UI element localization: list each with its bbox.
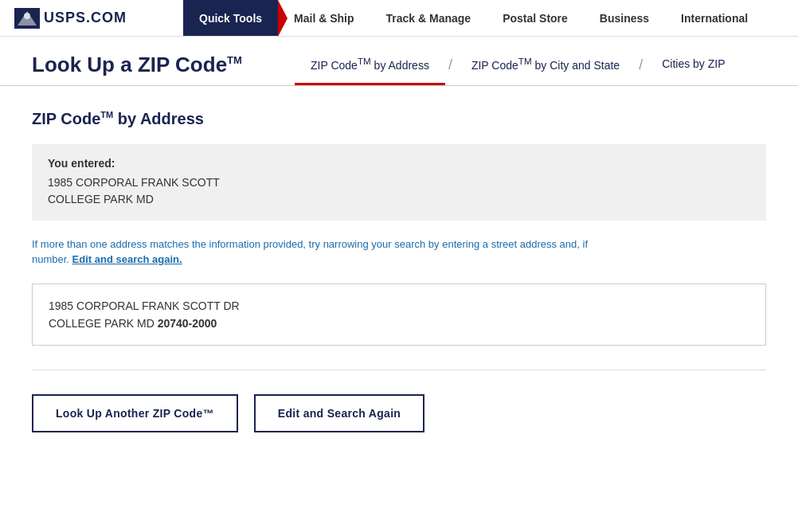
tab-divider-1: / bbox=[445, 57, 456, 73]
main-content: ZIP CodeTM by Address You entered: 1985 … bbox=[0, 86, 798, 465]
logo: USPS.COM bbox=[14, 8, 127, 29]
logo-text: USPS.COM bbox=[44, 10, 127, 26]
tab-zip-by-city[interactable]: ZIP CodeTM by City and State bbox=[456, 45, 636, 85]
page-title-area: Look Up a ZIP CodeTM bbox=[32, 53, 295, 77]
nav-postal-store[interactable]: Postal Store bbox=[487, 0, 584, 36]
page-title: Look Up a ZIP CodeTM bbox=[32, 53, 271, 77]
edit-search-link[interactable]: Edit and search again. bbox=[72, 253, 182, 265]
nav-international[interactable]: International bbox=[665, 0, 764, 36]
edit-search-button[interactable]: Edit and Search Again bbox=[254, 394, 424, 432]
nav-quick-tools[interactable]: Quick Tools bbox=[183, 0, 278, 36]
tabs-list: ZIP CodeTM by Address / ZIP CodeTM by Ci… bbox=[295, 45, 741, 85]
result-box: 1985 CORPORAL FRANK SCOTT DR COLLEGE PAR… bbox=[32, 284, 766, 346]
tab-divider-2: / bbox=[636, 57, 646, 73]
result-zip: 20740-2000 bbox=[158, 317, 217, 330]
tabs-bar: Look Up a ZIP CodeTM ZIP CodeTM by Addre… bbox=[0, 45, 798, 86]
usps-eagle-icon bbox=[14, 8, 40, 29]
lookup-another-button[interactable]: Look Up Another ZIP Code™ bbox=[32, 394, 238, 432]
section-title: ZIP CodeTM by Address bbox=[32, 110, 766, 128]
buttons-row: Look Up Another ZIP Code™ Edit and Searc… bbox=[32, 370, 766, 432]
nav-mail-ship[interactable]: Mail & Ship bbox=[278, 0, 370, 36]
you-entered-address: 1985 CORPORAL FRANK SCOTT COLLEGE PARK M… bbox=[48, 174, 750, 208]
nav-track-manage[interactable]: Track & Manage bbox=[370, 0, 487, 36]
svg-point-2 bbox=[24, 13, 30, 19]
you-entered-box: You entered: 1985 CORPORAL FRANK SCOTT C… bbox=[32, 144, 766, 221]
logo-area: USPS.COM bbox=[0, 0, 183, 36]
navigation: USPS.COM Quick Tools Mail & Ship Track &… bbox=[0, 0, 798, 37]
nav-items: Quick Tools Mail & Ship Track & Manage P… bbox=[183, 0, 798, 36]
tab-zip-by-address[interactable]: ZIP CodeTM by Address bbox=[295, 45, 445, 85]
result-address: 1985 CORPORAL FRANK SCOTT DR COLLEGE PAR… bbox=[49, 297, 749, 333]
info-text: If more than one address matches the inf… bbox=[32, 237, 766, 268]
nav-business[interactable]: Business bbox=[584, 0, 665, 36]
you-entered-label: You entered: bbox=[48, 157, 750, 170]
tab-cities-by-zip[interactable]: Cities by ZIP bbox=[646, 46, 741, 84]
